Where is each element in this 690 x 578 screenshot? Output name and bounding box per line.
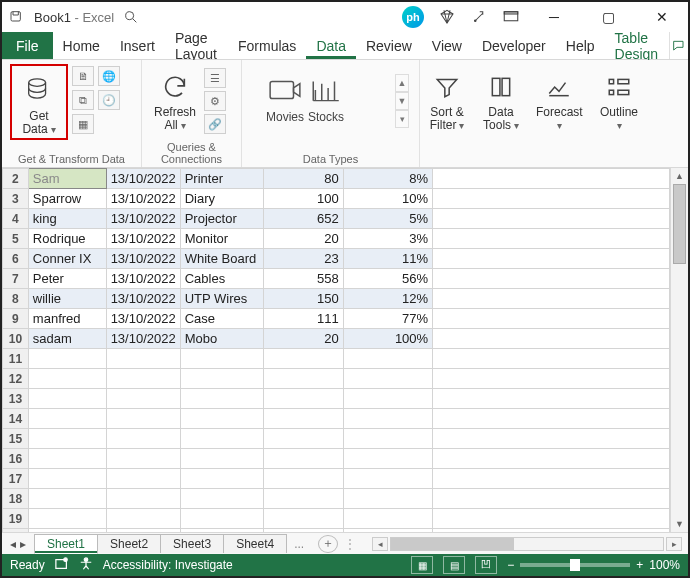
sheet-tab-4[interactable]: Sheet4	[223, 534, 287, 553]
cell[interactable]: White Board	[180, 249, 264, 269]
cell[interactable]: Projector	[180, 209, 264, 229]
horizontal-scrollbar[interactable]: ◂ ▸	[372, 537, 682, 551]
table-row[interactable]: 13	[3, 389, 670, 409]
cell[interactable]	[106, 389, 180, 409]
cell[interactable]: 558	[264, 269, 343, 289]
row-header[interactable]: 20	[3, 529, 29, 533]
status-accessibility[interactable]: Accessibility: Investigate	[103, 558, 233, 572]
cell[interactable]	[106, 429, 180, 449]
cell[interactable]	[264, 389, 343, 409]
cell[interactable]	[433, 449, 670, 469]
table-row[interactable]: 4king13/10/2022Projector6525%	[3, 209, 670, 229]
cell[interactable]	[433, 529, 670, 533]
edit-links-icon[interactable]: 🔗	[204, 114, 226, 134]
row-header[interactable]: 17	[3, 469, 29, 489]
macro-record-icon[interactable]	[55, 557, 69, 574]
gallery-more[interactable]: ▾	[395, 110, 409, 128]
scroll-down[interactable]: ▼	[671, 516, 688, 532]
datatype-stocks[interactable]: Stocks	[308, 70, 344, 124]
table-row[interactable]: 12	[3, 369, 670, 389]
sheet-tab-3[interactable]: Sheet3	[160, 534, 224, 553]
cell[interactable]	[106, 509, 180, 529]
cell[interactable]	[106, 449, 180, 469]
cell[interactable]: Sparrow	[28, 189, 106, 209]
accessibility-icon[interactable]	[79, 557, 93, 574]
tab-table-design[interactable]: Table Design	[605, 32, 669, 59]
tab-insert[interactable]: Insert	[110, 32, 165, 59]
cell[interactable]: 13/10/2022	[106, 229, 180, 249]
cell[interactable]	[106, 409, 180, 429]
get-data-button[interactable]: Get Data	[14, 68, 64, 136]
forecast-button[interactable]: Forecast	[536, 64, 583, 132]
sheet-more[interactable]: ...	[286, 537, 312, 551]
table-row[interactable]: 2Sam13/10/2022Printer808%	[3, 169, 670, 189]
cell[interactable]: 100%	[343, 329, 432, 349]
cell[interactable]	[180, 389, 264, 409]
cell[interactable]	[343, 369, 432, 389]
cell[interactable]: 10%	[343, 189, 432, 209]
cell[interactable]	[180, 469, 264, 489]
hscroll-thumb[interactable]	[391, 538, 513, 550]
cell[interactable]: 8%	[343, 169, 432, 189]
cell[interactable]	[28, 469, 106, 489]
hscroll-left[interactable]: ◂	[372, 537, 388, 551]
cell[interactable]: Rodrique	[28, 229, 106, 249]
table-row[interactable]: 16	[3, 449, 670, 469]
scroll-thumb[interactable]	[673, 184, 686, 264]
refresh-all-button[interactable]: Refresh All	[150, 64, 200, 132]
cell[interactable]: Printer	[180, 169, 264, 189]
cell[interactable]	[180, 489, 264, 509]
table-row[interactable]: 7Peter13/10/2022Cables55856%	[3, 269, 670, 289]
cell[interactable]: UTP Wires	[180, 289, 264, 309]
cell[interactable]	[264, 449, 343, 469]
cell[interactable]: 13/10/2022	[106, 309, 180, 329]
cell[interactable]	[343, 389, 432, 409]
row-header[interactable]: 11	[3, 349, 29, 369]
cell[interactable]	[433, 349, 670, 369]
cell[interactable]	[343, 449, 432, 469]
cell[interactable]: Monitor	[180, 229, 264, 249]
cell[interactable]	[180, 409, 264, 429]
diamond-icon[interactable]	[438, 8, 456, 26]
row-header[interactable]: 4	[3, 209, 29, 229]
table-row[interactable]: 19	[3, 509, 670, 529]
gallery-down[interactable]: ▼	[395, 92, 409, 110]
cell[interactable]	[433, 189, 670, 209]
row-header[interactable]: 8	[3, 289, 29, 309]
table-row[interactable]: 11	[3, 349, 670, 369]
tab-page-layout[interactable]: Page Layout	[165, 32, 228, 59]
cell[interactable]	[343, 429, 432, 449]
search-icon[interactable]	[122, 8, 140, 26]
cell[interactable]	[106, 469, 180, 489]
cell[interactable]	[28, 509, 106, 529]
cell[interactable]	[433, 309, 670, 329]
cell[interactable]: 11%	[343, 249, 432, 269]
gallery-up[interactable]: ▲	[395, 74, 409, 92]
cell[interactable]: Mobo	[180, 329, 264, 349]
cell[interactable]	[264, 489, 343, 509]
data-tools-button[interactable]: Data Tools	[482, 64, 520, 132]
cell[interactable]	[106, 529, 180, 533]
cell[interactable]	[433, 289, 670, 309]
add-sheet-button[interactable]: ＋	[318, 535, 338, 553]
hscroll-track[interactable]	[390, 537, 664, 551]
view-page-break-icon[interactable]: 凹	[475, 556, 497, 574]
cell[interactable]	[106, 349, 180, 369]
vertical-scrollbar[interactable]: ▲ ▼	[670, 168, 688, 532]
row-header[interactable]: 5	[3, 229, 29, 249]
from-table-icon[interactable]: ⧉	[72, 90, 94, 110]
cell[interactable]	[264, 529, 343, 533]
cell[interactable]: 20	[264, 229, 343, 249]
cell[interactable]: 13/10/2022	[106, 329, 180, 349]
sheet-nav-next[interactable]: ▸	[20, 537, 26, 551]
zoom-control[interactable]: − + 100%	[507, 558, 680, 572]
cell[interactable]	[28, 529, 106, 533]
hscroll-right[interactable]: ▸	[666, 537, 682, 551]
cell[interactable]: 5%	[343, 209, 432, 229]
cell[interactable]	[433, 489, 670, 509]
cell[interactable]: 23	[264, 249, 343, 269]
cell[interactable]: Diary	[180, 189, 264, 209]
cell[interactable]	[433, 469, 670, 489]
row-header[interactable]: 6	[3, 249, 29, 269]
table-row[interactable]: 8willie13/10/2022UTP Wires15012%	[3, 289, 670, 309]
